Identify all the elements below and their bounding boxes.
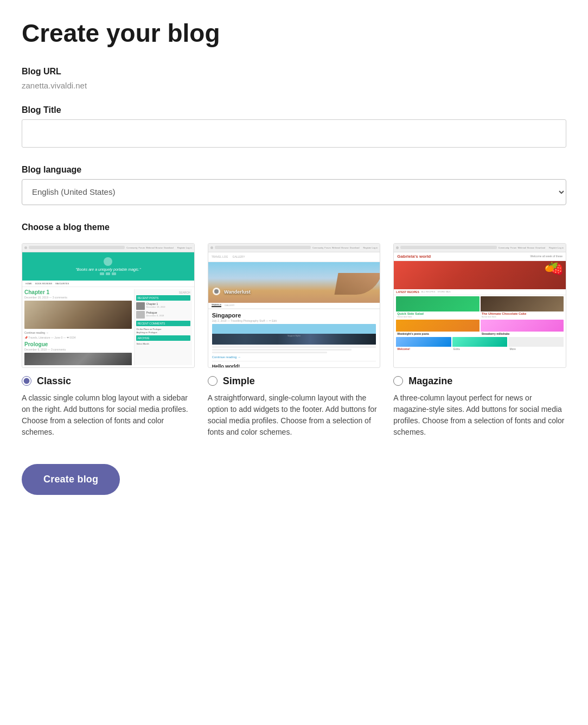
theme-section-label: Choose a blog theme — [22, 222, 566, 232]
theme-radio-row-simple: Simple — [208, 376, 381, 387]
theme-section: Choose a blog theme Community Forum Webm… — [22, 222, 566, 438]
blog-url-section: Blog URL zanetta.vivaldi.net — [22, 67, 566, 90]
theme-card-simple[interactable]: Community Forum Webmail Browse Download … — [208, 243, 381, 438]
theme-preview-simple: Community Forum Webmail Browse Download … — [208, 243, 381, 368]
theme-preview-magazine: Community Forum Webmail Browse Download … — [393, 243, 566, 368]
theme-name-classic: Classic — [37, 376, 71, 387]
theme-radio-row-classic: Classic — [22, 376, 195, 387]
theme-name-simple: Simple — [223, 376, 255, 387]
theme-desc-classic: A classic single column blog layout with… — [22, 392, 195, 438]
theme-name-magazine: Magazine — [408, 376, 452, 387]
theme-radio-simple[interactable] — [208, 376, 218, 386]
blog-url-value: zanetta.vivaldi.net — [22, 81, 566, 90]
create-blog-button[interactable]: Create blog — [22, 464, 120, 495]
theme-card-classic[interactable]: Community Forum Webmail Browse Download … — [22, 243, 195, 438]
theme-card-magazine[interactable]: Community Forum Webmail Browse Download … — [393, 243, 566, 438]
theme-radio-classic[interactable] — [22, 376, 31, 386]
page-title: Create your blog — [22, 20, 566, 47]
blog-language-label: Blog language — [22, 165, 566, 175]
theme-radio-row-magazine: Magazine — [393, 376, 566, 387]
theme-desc-magazine: A three-column layout perfect for news o… — [393, 392, 566, 438]
theme-radio-magazine[interactable] — [393, 376, 403, 386]
blog-title-label: Blog Title — [22, 105, 566, 115]
blog-title-section: Blog Title — [22, 105, 566, 148]
blog-url-label: Blog URL — [22, 67, 566, 77]
blog-language-section: Blog language English (United States) En… — [22, 165, 566, 205]
blog-language-select[interactable]: English (United States) English (UK) Esp… — [22, 179, 566, 205]
themes-grid: Community Forum Webmail Browse Download … — [22, 243, 566, 438]
theme-desc-simple: A straightforward, single-column layout … — [208, 392, 381, 438]
theme-preview-classic: Community Forum Webmail Browse Download … — [22, 243, 195, 368]
blog-title-input[interactable] — [22, 119, 566, 148]
